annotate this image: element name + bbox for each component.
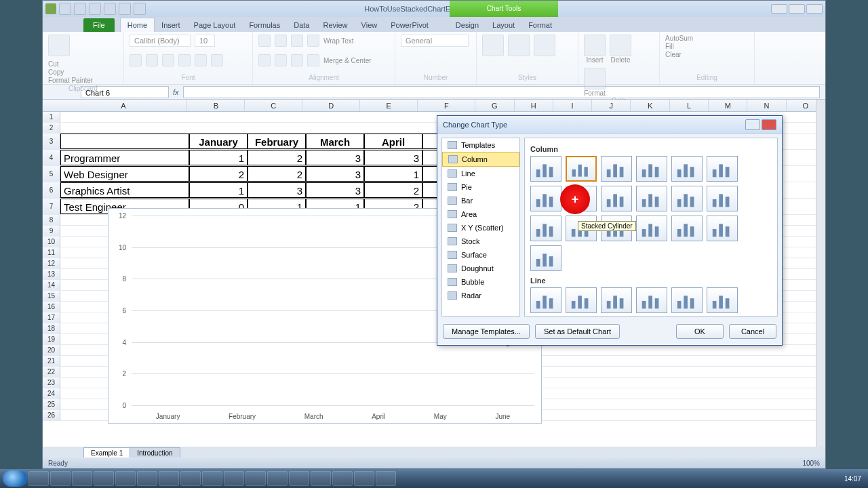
delete-cells-icon[interactable] (610, 35, 631, 56)
taskbar-excel-icon[interactable] (224, 471, 244, 486)
col-N[interactable]: N (747, 100, 786, 111)
fill-color-icon[interactable] (195, 54, 207, 66)
chart-cat-stock[interactable]: Stock (442, 235, 519, 248)
taskbar-clock[interactable]: 14:07 (840, 475, 865, 483)
italic-icon[interactable] (146, 54, 158, 66)
bold-icon[interactable] (130, 54, 142, 66)
tab-page-layout[interactable]: Page Layout (187, 18, 243, 32)
tab-design[interactable]: Design (449, 18, 486, 32)
col-B[interactable]: B (187, 100, 245, 111)
taskbar-app3-icon[interactable] (289, 471, 309, 486)
chart-cat-doughnut[interactable]: Doughnut (442, 262, 519, 275)
sheet-tab-introduction[interactable]: Introduction (130, 447, 180, 458)
chart-thumb[interactable] (601, 287, 632, 313)
indent-icon[interactable] (307, 54, 319, 66)
font-color-icon[interactable] (211, 54, 223, 66)
cell-C4[interactable]: 2 (248, 150, 306, 165)
chart-cat-bubble[interactable]: Bubble (442, 275, 519, 289)
align-center-icon[interactable] (275, 54, 287, 66)
chart-cat-column[interactable]: Column (442, 152, 519, 167)
ok-button[interactable]: OK (676, 324, 724, 339)
chart-thumb[interactable] (707, 287, 738, 313)
taskbar-word-icon[interactable] (137, 471, 157, 486)
manage-templates-button[interactable]: Manage Templates... (443, 324, 530, 339)
taskbar-folder-icon[interactable] (115, 471, 136, 486)
chart-thumb[interactable] (530, 216, 561, 241)
taskbar-outlook-icon[interactable] (94, 471, 114, 486)
chart-thumb[interactable] (601, 156, 632, 182)
chart-cat-bar[interactable]: Bar (442, 194, 519, 207)
chart-thumb[interactable] (636, 216, 667, 241)
tab-formulas[interactable]: Formulas (242, 18, 287, 32)
tab-data[interactable]: Data (287, 18, 316, 32)
new-icon[interactable] (104, 3, 116, 15)
font-name-input[interactable] (130, 35, 191, 47)
underline-icon[interactable] (162, 54, 174, 66)
number-format-select[interactable] (401, 35, 469, 47)
taskbar-project-icon[interactable] (202, 471, 222, 486)
redo-icon[interactable] (89, 3, 101, 15)
dialog-titlebar[interactable]: Change Chart Type (437, 116, 782, 134)
dialog-close-button[interactable] (762, 119, 776, 130)
set-default-chart-button[interactable]: Set as Default Chart (535, 324, 620, 339)
chart-thumb[interactable] (530, 287, 561, 313)
formula-input[interactable] (183, 86, 820, 98)
start-button[interactable] (3, 470, 27, 487)
dialog-help-button[interactable] (745, 119, 760, 130)
col-M[interactable]: M (709, 100, 747, 111)
tab-powerpivot[interactable]: PowerPivot (384, 18, 435, 32)
cell-C3[interactable]: February (248, 134, 306, 149)
chart-cat-templates[interactable]: Templates (442, 138, 519, 152)
tab-home[interactable]: Home (120, 18, 155, 32)
taskbar-app-icon[interactable] (245, 471, 266, 486)
format-cells-icon[interactable] (584, 68, 606, 89)
tab-insert[interactable]: Insert (155, 18, 187, 32)
print-icon[interactable] (134, 3, 146, 15)
format-as-table-icon[interactable] (508, 35, 530, 56)
taskbar-app7-icon[interactable] (376, 471, 396, 486)
col-L[interactable]: L (670, 100, 709, 111)
taskbar-app5-icon[interactable] (332, 471, 353, 486)
border-icon[interactable] (178, 54, 191, 66)
tab-view[interactable]: View (355, 18, 384, 32)
chart-thumb[interactable] (530, 156, 561, 182)
tab-file[interactable]: File (83, 18, 115, 32)
chart-thumb[interactable] (707, 186, 738, 211)
painter-label[interactable]: Format Painter (48, 77, 93, 85)
chart-thumb[interactable] (601, 186, 632, 211)
taskbar-visio-icon[interactable] (180, 471, 201, 486)
vertical-scrollbar[interactable] (816, 100, 825, 448)
col-E[interactable]: E (360, 100, 418, 111)
chart-thumb[interactable] (636, 186, 667, 211)
cell-E6[interactable]: 2 (364, 182, 422, 198)
cell-B5[interactable]: 2 (189, 166, 248, 182)
chart-thumb[interactable] (671, 156, 703, 182)
cell-B3[interactable]: January (189, 134, 248, 149)
taskbar-chrome-icon[interactable] (72, 471, 92, 486)
align-bot-icon[interactable] (291, 35, 303, 47)
taskbar-ie-icon[interactable] (28, 471, 49, 486)
cut-label[interactable]: Cut (48, 60, 93, 68)
chart-thumb[interactable] (530, 186, 561, 211)
chart-thumb[interactable] (671, 186, 703, 211)
cell-E3[interactable]: April (364, 134, 422, 149)
cell-A3[interactable] (60, 134, 189, 149)
cell-C6[interactable]: 3 (248, 182, 306, 198)
zoom-level[interactable]: 100% (802, 460, 820, 467)
undo-icon[interactable] (74, 3, 86, 15)
cell-E5[interactable]: 1 (364, 166, 422, 182)
chart-thumb[interactable] (671, 287, 703, 313)
chart-thumb[interactable] (636, 287, 667, 313)
col-K[interactable]: K (631, 100, 669, 111)
tab-review[interactable]: Review (316, 18, 354, 32)
taskbar-app2-icon[interactable] (267, 471, 288, 486)
cell-A5[interactable]: Web Designer (60, 166, 189, 182)
chart-cat-xyscatter[interactable]: X Y (Scatter) (442, 221, 519, 235)
align-mid-icon[interactable] (275, 35, 287, 47)
maximize-button[interactable] (789, 4, 805, 14)
col-C[interactable]: C (245, 100, 302, 111)
conditional-formatting-icon[interactable] (482, 35, 504, 56)
align-right-icon[interactable] (291, 54, 303, 66)
chart-thumb[interactable] (530, 245, 561, 271)
tab-format[interactable]: Format (521, 18, 559, 32)
